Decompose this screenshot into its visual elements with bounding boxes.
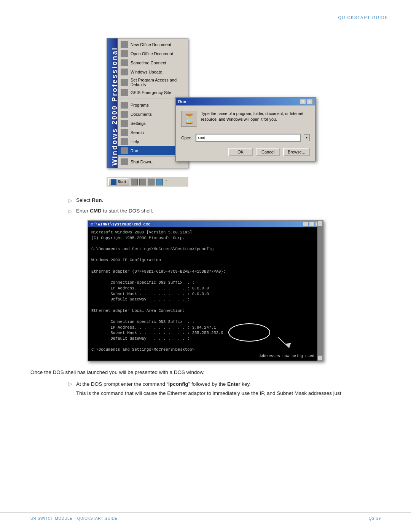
taskbar-icon-1[interactable] <box>131 179 138 185</box>
footer-left: UR SWITCH MODULE – QUICKSTART GUIDE <box>30 516 118 521</box>
cmd-line-14: Ethernet adapter Local Area Connection: <box>91 308 320 314</box>
cmd-maximize-btn[interactable]: □ <box>309 222 314 227</box>
taskbar-overflow: » <box>165 179 167 185</box>
arrow-bullet-1: ▷ <box>68 198 72 203</box>
annotation-arrow-area <box>274 337 297 348</box>
ok-button[interactable]: OK <box>228 148 253 156</box>
cmd-minimize-btn[interactable]: _ <box>303 222 308 227</box>
instruction-select-run: ▷ Select Run. <box>68 197 381 203</box>
cmd-body: Microsoft Windows 2000 [Version 5.00.219… <box>88 227 323 361</box>
taskbar-icon-3[interactable] <box>148 179 155 185</box>
open-input[interactable] <box>196 134 301 142</box>
sub-instruction-ipconfig: ▷ At the DOS prompt enter the command “i… <box>68 380 381 399</box>
arrow-bullet-3: ▷ <box>68 381 72 387</box>
sametime-icon <box>121 59 128 66</box>
browse-button[interactable]: Browse... <box>283 148 310 156</box>
page-footer: UR SWITCH MODULE – QUICKSTART GUIDE QS–2… <box>0 512 411 521</box>
search-icon <box>121 129 128 136</box>
taskbar-icon-4[interactable] <box>156 179 163 185</box>
dialog-open-row: Open: ▼ <box>176 132 315 145</box>
geis-icon <box>121 89 128 96</box>
cmd-line-6 <box>91 263 320 269</box>
footer-right: QS–29 <box>369 516 381 521</box>
open-label: Open: <box>181 136 193 140</box>
scrollbar-track[interactable] <box>317 226 323 355</box>
instruction-text-2: Enter CMD to start the DOS shell. <box>76 208 153 214</box>
shutdown-icon <box>121 158 128 165</box>
taskbar: Start » <box>107 177 188 187</box>
arrow-bullet-2: ▷ <box>68 208 72 214</box>
cmd-title: C:\WINNT\system32\cmd.exe <box>91 222 151 227</box>
dialog-titlebar: Run ? × <box>176 98 315 105</box>
page-header-title: QUICKSTART GUIDE <box>338 15 388 20</box>
cmd-line-0: Microsoft Windows 2000 [Version 5.00.219… <box>91 230 320 235</box>
settings-icon <box>121 120 128 127</box>
documents-icon <box>121 111 128 118</box>
dialog-body: ⏳ Type the name of a program, folder, do… <box>176 105 315 132</box>
scrollbar-down-btn[interactable]: ▼ <box>317 355 323 361</box>
start-button[interactable]: Start <box>108 178 129 186</box>
cmd-line-7: Ethernet adapter {D7FF98D1-6195-47C9-B2A… <box>91 269 320 275</box>
office-icon <box>121 41 128 48</box>
run-icon <box>121 147 128 154</box>
menu-item-new-office[interactable]: New Office Document <box>118 40 188 49</box>
cmd-line-12: Default Gateway . . . . . . . . : <box>91 297 320 302</box>
cmd-line-11: Subnet Mask . . . . . . . . . . : 0.0.0.… <box>91 291 320 297</box>
help-button[interactable]: ? <box>300 99 306 104</box>
annotation-text: Addresses now being used <box>91 353 320 358</box>
menu-item-geis[interactable]: GEIS Emergency Site <box>118 88 188 97</box>
cmd-line-1: (C) Copyright 1985-2000 Microsoft Corp. <box>91 235 320 241</box>
run-dialog-icon: ⏳ <box>181 111 197 127</box>
cmd-window: C:\WINNT\system32\cmd.exe _ □ × Microsof… <box>88 220 323 361</box>
scrollbar-up-btn[interactable]: ▲ <box>317 221 323 226</box>
cmd-scrollbar[interactable]: ▲ ▼ <box>317 221 323 361</box>
instruction-enter-cmd: ▷ Enter CMD to start the DOS shell. <box>68 208 381 214</box>
cmd-line-18: Subnet Mask . . . . . . . . . . : 255.25… <box>91 330 320 336</box>
taskbar-icon-2[interactable] <box>139 179 146 185</box>
run-dialog: Run ? × ⏳ Type the name of a program, fo… <box>175 97 316 161</box>
cmd-content-area: Microsoft Windows 2000 [Version 5.00.219… <box>88 227 323 361</box>
windows-update-icon <box>121 69 128 75</box>
help-icon <box>121 138 128 145</box>
cmd-line-16: Connection-specific DNS Suffix . : <box>91 319 320 325</box>
cmd-line-17: IP Address. . . . . . . . . . . : 3.94.2… <box>91 325 320 331</box>
cmd-line-3: C:\Documents and Settings\McCreerS\Deskt… <box>91 246 320 252</box>
instruction-text-1: Select Run. <box>76 197 103 203</box>
cmd-line-5: Windows 2000 IP Configuration <box>91 257 320 263</box>
cmd-line-4 <box>91 252 320 258</box>
cancel-button[interactable]: Cancel <box>256 148 280 156</box>
cmd-line-9: Connection-specific DNS Suffix . : <box>91 280 320 286</box>
titlebar-buttons: ? × <box>300 99 313 104</box>
cmd-line-15 <box>91 313 320 319</box>
programs-icon <box>121 102 128 109</box>
cmd-screenshot: C:\WINNT\system32\cmd.exe _ □ × Microsof… <box>88 220 323 361</box>
menu-item-sametime[interactable]: Sametime Connect <box>118 58 188 67</box>
close-button[interactable]: × <box>307 99 313 104</box>
office-open-icon <box>121 50 128 57</box>
windows-flag-icon <box>111 179 116 185</box>
program-access-icon <box>121 79 128 86</box>
sub-text-1: At the DOS prompt enter the command “ipc… <box>76 380 341 399</box>
svg-line-0 <box>278 337 289 348</box>
dialog-buttons: OK Cancel Browse... <box>176 145 315 161</box>
menu-item-open-office[interactable]: Open Office Document <box>118 49 188 58</box>
menu-item-windows-update[interactable]: Windows Update <box>118 67 188 77</box>
dropdown-arrow[interactable]: ▼ <box>304 134 310 141</box>
cmd-annotated-area: IP Address. . . . . . . . . . . : 3.94.2… <box>91 325 320 342</box>
cmd-line-13 <box>91 302 320 308</box>
screenshot-startmenu-run: Windows 2000 Professional New Office Doc… <box>30 38 381 187</box>
dialog-description: Type the name of a program, folder, docu… <box>201 111 310 122</box>
cmd-line-10: IP Address. . . . . . . . . . . : 0.0.0.… <box>91 286 320 291</box>
cmd-line-2 <box>91 241 320 246</box>
cmd-titlebar: C:\WINNT\system32\cmd.exe _ □ × <box>88 221 323 227</box>
cmd-line-8 <box>91 275 320 280</box>
start-menu-header: Windows 2000 Professional <box>107 38 118 168</box>
body-text: Once the DOS shell has launched you will… <box>30 368 381 377</box>
dialog-title: Run <box>178 99 186 104</box>
menu-item-program-access[interactable]: Set Program Access and Defaults <box>118 77 188 88</box>
